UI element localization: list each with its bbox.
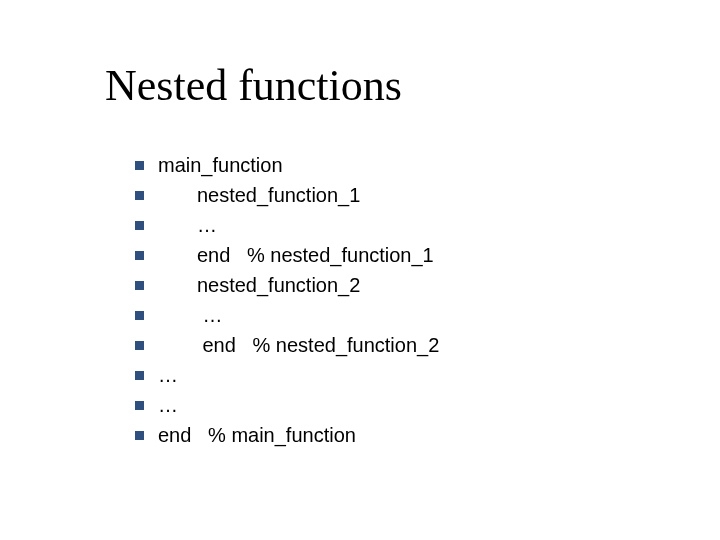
bullet-icon <box>135 281 144 290</box>
list-item: … <box>135 390 439 420</box>
slide: { "title": "Nested functions", "lines": … <box>0 0 720 540</box>
bullet-icon <box>135 221 144 230</box>
list-item-text: … <box>158 304 222 327</box>
list-item: … <box>135 210 439 240</box>
list-item-text: nested_function_2 <box>158 274 360 297</box>
list-item-text: end % nested_function_2 <box>158 334 439 357</box>
bullet-icon <box>135 371 144 380</box>
list-item-text: … <box>158 214 217 237</box>
bullet-icon <box>135 251 144 260</box>
list-item-text: … <box>158 364 178 387</box>
bullet-icon <box>135 161 144 170</box>
slide-title: Nested functions <box>105 60 402 111</box>
list-item-text: … <box>158 394 178 417</box>
bullet-icon <box>135 341 144 350</box>
list-item: … <box>135 300 439 330</box>
slide-body: main_function nested_function_1 … end % … <box>135 150 439 450</box>
bullet-icon <box>135 311 144 320</box>
bullet-icon <box>135 401 144 410</box>
list-item: main_function <box>135 150 439 180</box>
list-item-text: nested_function_1 <box>158 184 360 207</box>
bullet-icon <box>135 431 144 440</box>
list-item: nested_function_2 <box>135 270 439 300</box>
list-item: end % main_function <box>135 420 439 450</box>
list-item-text: main_function <box>158 154 283 177</box>
list-item: nested_function_1 <box>135 180 439 210</box>
list-item-text: end % main_function <box>158 424 356 447</box>
bullet-icon <box>135 191 144 200</box>
list-item: end % nested_function_2 <box>135 330 439 360</box>
list-item-text: end % nested_function_1 <box>158 244 434 267</box>
list-item: end % nested_function_1 <box>135 240 439 270</box>
list-item: … <box>135 360 439 390</box>
